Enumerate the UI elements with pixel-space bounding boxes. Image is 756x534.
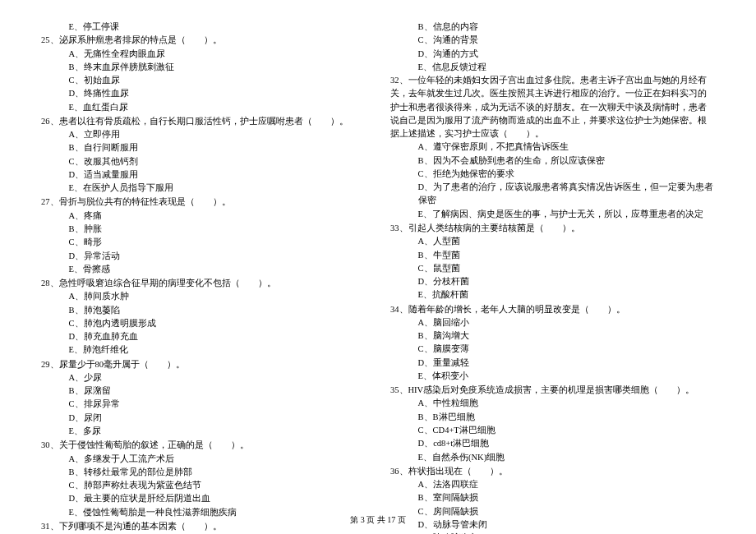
q-num: 27 [41, 197, 50, 206]
question-27: 27、骨折与脱位共有的特征性表现是（ ）。 A、疼痛 B、肿胀 C、畸形 D、异… [41, 196, 366, 276]
option: A、脑回缩小 [390, 316, 715, 329]
q-stem: 泌尿系肿瘤患者排尿的特点是（ ）。 [59, 35, 222, 44]
question-text: 34、随着年龄的增长，老年人大脑的明显改变是（ ）。 [390, 303, 715, 316]
q-num: 36 [390, 467, 399, 476]
option: E、停工停课 [41, 21, 366, 34]
option: B、脑沟增大 [390, 329, 715, 343]
option: D、终痛性血尿 [41, 87, 366, 100]
option: C、改服其他钙剂 [41, 155, 366, 168]
option: D、肺充血肺充血 [41, 330, 366, 343]
q-stem: 关于侵蚀性葡萄胎的叙述，正确的是（ ）。 [59, 440, 249, 449]
option: A、人型菌 [390, 235, 715, 248]
option: E、骨擦感 [41, 263, 366, 276]
option: B、肺泡萎陷 [41, 304, 366, 317]
q-stem: 急性呼吸窘迫综合征早期的病理变化不包括（ ）。 [59, 279, 276, 288]
option: D、异常活动 [41, 250, 366, 263]
question-25: 25、泌尿系肿瘤患者排尿的特点是（ ）。 A、无痛性全程肉眼血尿 B、终末血尿伴… [41, 34, 366, 114]
question-text: 28、急性呼吸窘迫综合征早期的病理变化不包括（ ）。 [41, 277, 366, 290]
option: B、转移灶最常见的部位是肺部 [41, 466, 366, 479]
option: E、信息反馈过程 [390, 61, 715, 74]
option: E、多尿 [41, 425, 366, 438]
option: C、初始血尿 [41, 74, 366, 87]
option: A、遵守保密原则，不把真情告诉医生 [390, 140, 715, 154]
option: B、室间隔缺损 [390, 491, 715, 504]
left-column: E、停工停课 25、泌尿系肿瘤患者排尿的特点是（ ）。 A、无痛性全程肉眼血尿 … [41, 21, 366, 489]
option: C、肺泡内透明膜形成 [41, 317, 366, 330]
option: C、鼠型菌 [390, 262, 715, 275]
option: E、肺泡纤维化 [41, 343, 366, 357]
question-29: 29、尿量少于80毫升属于（ ）。 A、少尿 B、尿潴留 C、排尿异常 D、尿闭… [41, 358, 366, 439]
option: D、cd8+t淋巴细胞 [390, 437, 715, 450]
q-num: 32 [390, 76, 399, 85]
option: B、肿胀 [41, 223, 366, 236]
option: A、少尿 [41, 371, 366, 384]
option: B、B淋巴细胞 [390, 411, 715, 424]
option: E、血红蛋白尿 [41, 101, 366, 114]
question-text: 30、关于侵蚀性葡萄胎的叙述，正确的是（ ）。 [41, 439, 366, 452]
option: D、最主要的症状是肝经后阴道出血 [41, 492, 366, 505]
q-stem: 杵状指出现在（ ）。 [408, 467, 508, 476]
option: D、适当减量服用 [41, 168, 366, 182]
question-text: 25、泌尿系肿瘤患者排尿的特点是（ ）。 [41, 34, 366, 47]
q-stem: 患者以往有骨质疏松，自行长期口服活性钙，护士应嘱咐患者（ ）。 [59, 117, 348, 126]
option: E、自然杀伤(NK)细胞 [390, 451, 715, 464]
right-column: B、信息的内容 C、沟通的背景 D、沟通的方式 E、信息反馈过程 32、一位年轻… [390, 21, 715, 489]
question-32: 32、一位年轻的未婚妇女因子宫出血过多住院。患者主诉子宫出血与她的月经有关，去年… [390, 74, 715, 221]
question-35: 35、HIV感染后对免疫系统造成损害，主要的机理是损害哪类细胞（ ）。 A、中性… [390, 384, 715, 464]
q-num: 28 [41, 279, 50, 288]
option: C、沟通的背景 [390, 34, 715, 47]
question-33: 33、引起人类结核病的主要结核菌是（ ）。 A、人型菌 B、牛型菌 C、鼠型菌 … [390, 222, 715, 302]
option: B、因为不会威胁到患者的生命，所以应该保密 [390, 154, 715, 168]
option: A、立即停用 [41, 128, 366, 141]
option: B、尿潴留 [41, 384, 366, 398]
question-30: 30、关于侵蚀性葡萄胎的叙述，正确的是（ ）。 A、多继发于人工流产术后 B、转… [41, 439, 366, 519]
question-text: 36、杵状指出现在（ ）。 [390, 465, 715, 478]
option: A、法洛四联症 [390, 478, 715, 491]
q-stem: 尿量少于80毫升属于（ ）。 [59, 360, 186, 369]
q-num: 35 [390, 385, 399, 394]
option: D、沟通的方式 [390, 48, 715, 61]
option: B、终末血尿伴膀胱刺激征 [41, 61, 366, 74]
option: E、体积变小 [390, 370, 715, 383]
option: A、多继发于人工流产术后 [41, 453, 366, 466]
q-num: 33 [390, 223, 399, 232]
question-text: 27、骨折与脱位共有的特征性表现是（ ）。 [41, 196, 366, 209]
option: B、自行间断服用 [41, 141, 366, 154]
option: B、信息的内容 [390, 21, 715, 34]
option: D、为了患者的治疗，应该说服患者将真实情况告诉医生，但一定要为患者保密 [390, 181, 715, 208]
option: A、疼痛 [41, 209, 366, 223]
option: C、肺部声称灶表现为紫蓝色结节 [41, 479, 366, 492]
option: E、在医护人员指导下服用 [41, 182, 366, 195]
page-columns: E、停工停课 25、泌尿系肿瘤患者排尿的特点是（ ）。 A、无痛性全程肉眼血尿 … [41, 21, 715, 489]
q-num: 34 [390, 305, 399, 314]
option: A、中性粒细胞 [390, 397, 715, 410]
q-stem: 一位年轻的未婚妇女因子宫出血过多住院。患者主诉子宫出血与她的月经有关，去年就发生… [390, 76, 707, 138]
option: B、牛型菌 [390, 249, 715, 262]
option: C、拒绝为她保密的要求 [390, 168, 715, 181]
question-text: 32、一位年轻的未婚妇女因子宫出血过多住院。患者主诉子宫出血与她的月经有关，去年… [390, 74, 715, 140]
question-text: 26、患者以往有骨质疏松，自行长期口服活性钙，护士应嘱咐患者（ ）。 [41, 115, 366, 128]
q-stem: HIV感染后对免疫系统造成损害，主要的机理是损害哪类细胞（ ）。 [408, 385, 695, 394]
page-footer: 第 3 页 共 17 页 [0, 514, 756, 526]
q-stem: 随着年龄的增长，老年人大脑的明显改变是（ ）。 [408, 305, 625, 314]
option: D、分枝杆菌 [390, 275, 715, 288]
question-text: 29、尿量少于80毫升属于（ ）。 [41, 358, 366, 371]
question-text: 35、HIV感染后对免疫系统造成损害，主要的机理是损害哪类细胞（ ）。 [390, 384, 715, 397]
q-num: 25 [41, 35, 50, 44]
q-stem: 引起人类结核病的主要结核菌是（ ）。 [408, 223, 580, 232]
option: D、重量减轻 [390, 357, 715, 370]
q-num: 30 [41, 440, 50, 449]
question-34: 34、随着年龄的增长，老年人大脑的明显改变是（ ）。 A、脑回缩小 B、脑沟增大… [390, 303, 715, 384]
option: A、无痛性全程肉眼血尿 [41, 48, 366, 61]
option: C、畸形 [41, 236, 366, 249]
option: A、肺间质水肿 [41, 290, 366, 303]
question-text: 33、引起人类结核病的主要结核菌是（ ）。 [390, 222, 715, 235]
q-stem: 骨折与脱位共有的特征性表现是（ ）。 [59, 197, 231, 206]
option: C、排尿异常 [41, 398, 366, 411]
q-num: 26 [41, 117, 50, 126]
option: E、了解病因、病史是医生的事，与护士无关，所以，应尊重患者的决定 [390, 208, 715, 221]
q-num: 29 [41, 360, 50, 369]
option: E、抗酸杆菌 [390, 288, 715, 302]
option: D、尿闭 [41, 412, 366, 425]
question-28: 28、急性呼吸窘迫综合征早期的病理变化不包括（ ）。 A、肺间质水肿 B、肺泡萎… [41, 277, 366, 357]
